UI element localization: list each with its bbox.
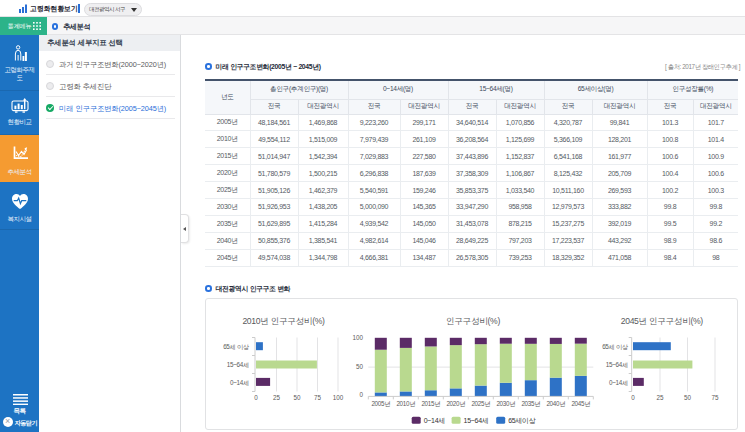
svg-text:2015년: 2015년 xyxy=(421,400,440,407)
svg-text:0~14세: 0~14세 xyxy=(230,379,249,386)
svg-text:15~64세: 15~64세 xyxy=(464,417,489,424)
svg-text:50: 50 xyxy=(684,394,692,401)
svg-text:2045년 인구구성비(%): 2045년 인구구성비(%) xyxy=(621,316,704,326)
svg-text:75: 75 xyxy=(711,394,719,401)
svg-text:25: 25 xyxy=(656,394,664,401)
svg-text:65세 이상: 65세 이상 xyxy=(602,343,628,351)
svg-text:2005년: 2005년 xyxy=(371,400,390,407)
svg-text:100: 100 xyxy=(333,394,344,401)
svg-text:0: 0 xyxy=(631,394,635,401)
svg-text:2030년: 2030년 xyxy=(496,400,515,407)
svg-text:25: 25 xyxy=(273,394,281,401)
svg-text:0: 0 xyxy=(359,391,363,398)
svg-text:2010년: 2010년 xyxy=(396,400,415,407)
svg-text:2040년: 2040년 xyxy=(546,400,565,407)
svg-text:0~14세: 0~14세 xyxy=(424,417,445,424)
svg-text:65세이상: 65세이상 xyxy=(508,417,536,424)
svg-text:65세 이상: 65세 이상 xyxy=(223,343,249,351)
svg-text:2035년: 2035년 xyxy=(521,400,540,407)
svg-text:100: 100 xyxy=(352,334,363,341)
svg-text:인구구성비(%): 인구구성비(%) xyxy=(446,316,500,326)
svg-text:2020년: 2020년 xyxy=(446,400,465,407)
svg-text:0~14세: 0~14세 xyxy=(609,379,628,386)
svg-text:2010년 인구구성비(%): 2010년 인구구성비(%) xyxy=(242,316,325,326)
svg-text:15~64세: 15~64세 xyxy=(227,361,249,368)
svg-text:2025년: 2025년 xyxy=(471,400,490,407)
svg-text:2045년: 2045년 xyxy=(571,400,590,407)
svg-text:50: 50 xyxy=(356,363,364,370)
svg-text:50: 50 xyxy=(293,394,301,401)
svg-text:75: 75 xyxy=(314,394,322,401)
svg-text:15~64세: 15~64세 xyxy=(606,361,628,368)
svg-text:0: 0 xyxy=(254,394,258,401)
